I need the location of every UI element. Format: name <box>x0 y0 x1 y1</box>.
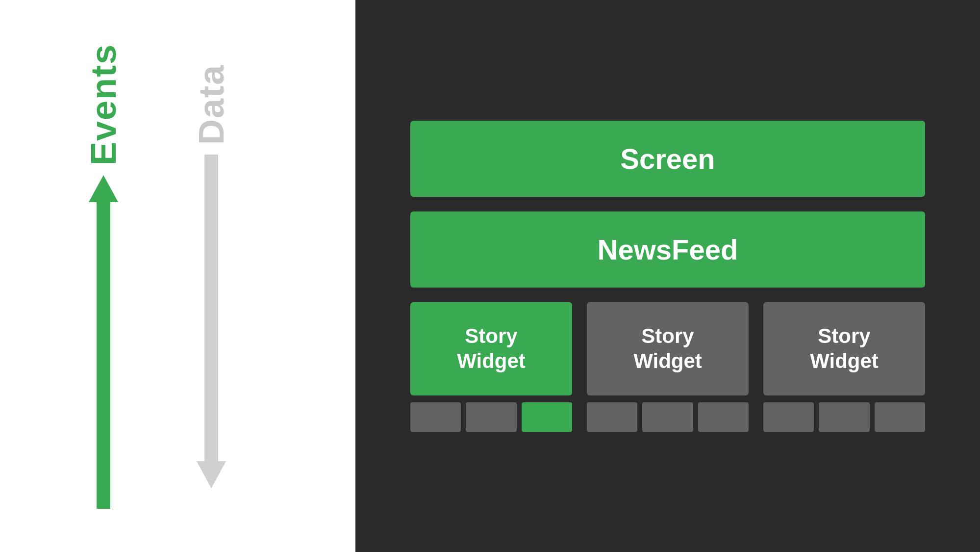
sub-boxes-row-2 <box>587 402 749 432</box>
screen-label: Screen <box>620 142 715 175</box>
sub-box-3-3 <box>875 402 925 432</box>
right-panel: Screen NewsFeed StoryWidget StoryWidget <box>355 0 980 552</box>
widget-col-2: StoryWidget <box>587 302 749 432</box>
story-widget-3-label: StoryWidget <box>810 324 879 373</box>
left-panel: Events Data <box>0 0 355 552</box>
sub-box-2-3 <box>698 402 749 432</box>
events-arrow-body <box>97 202 110 509</box>
widget-col-3: StoryWidget <box>763 302 925 432</box>
data-label: Data <box>191 64 231 144</box>
sub-box-3-2 <box>819 402 869 432</box>
sub-box-1-1 <box>410 402 461 432</box>
sub-boxes-row-3 <box>763 402 925 432</box>
story-widget-1: StoryWidget <box>410 302 572 395</box>
sub-box-2-1 <box>587 402 637 432</box>
events-arrow-head <box>89 175 118 202</box>
newsfeed-label: NewsFeed <box>598 233 738 266</box>
story-widget-1-label: StoryWidget <box>457 324 526 373</box>
newsfeed-box: NewsFeed <box>410 211 925 288</box>
screen-box: Screen <box>410 121 925 197</box>
story-widget-3: StoryWidget <box>763 302 925 395</box>
data-arrow-down <box>204 155 218 488</box>
story-widget-2: StoryWidget <box>587 302 749 395</box>
data-arrow-body <box>204 155 218 461</box>
events-arrow-up <box>97 175 110 509</box>
sub-box-2-2 <box>642 402 693 432</box>
sub-box-1-2 <box>466 402 516 432</box>
data-arrow-head <box>197 461 226 488</box>
data-arrow-container: Data <box>191 64 231 488</box>
widget-col-1: StoryWidget <box>410 302 572 432</box>
story-widget-2-label: StoryWidget <box>633 324 702 373</box>
sub-boxes-row-1 <box>410 402 572 432</box>
events-arrow-container: Events <box>83 43 124 508</box>
sub-box-3-1 <box>763 402 814 432</box>
widgets-row: StoryWidget StoryWidget StoryWidget <box>410 302 925 432</box>
sub-box-1-3 <box>522 402 572 432</box>
events-label: Events <box>83 43 124 165</box>
